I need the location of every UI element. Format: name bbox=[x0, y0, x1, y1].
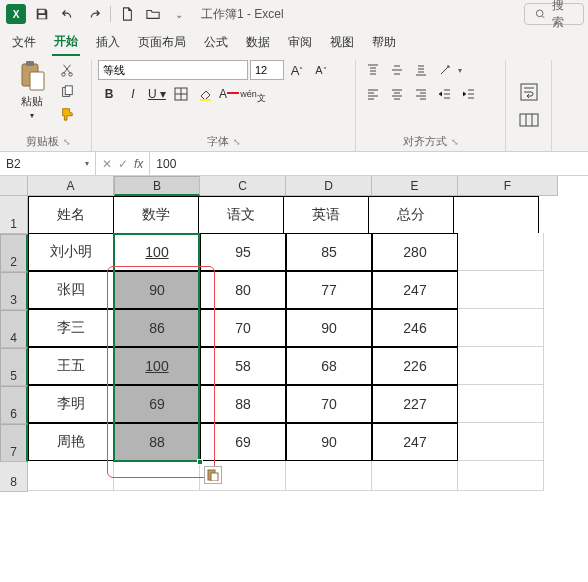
cell[interactable]: 90 bbox=[114, 271, 200, 309]
dialog-launcher-icon[interactable]: ⤡ bbox=[63, 137, 71, 147]
tab-file[interactable]: 文件 bbox=[10, 30, 38, 55]
tab-formulas[interactable]: 公式 bbox=[202, 30, 230, 55]
cell[interactable] bbox=[458, 271, 544, 309]
col-header[interactable]: F bbox=[458, 176, 558, 196]
cell[interactable]: 86 bbox=[114, 309, 200, 347]
cell[interactable] bbox=[458, 309, 544, 347]
cell[interactable] bbox=[286, 461, 372, 491]
row-header[interactable]: 6 bbox=[0, 386, 28, 424]
copy-icon[interactable] bbox=[56, 82, 78, 102]
cell[interactable]: 70 bbox=[286, 385, 372, 423]
cell[interactable]: 247 bbox=[372, 271, 458, 309]
cell[interactable]: 英语 bbox=[283, 196, 369, 234]
cell[interactable]: 刘小明 bbox=[28, 233, 114, 271]
align-top-icon[interactable] bbox=[362, 60, 384, 80]
cell[interactable]: 100 bbox=[114, 347, 200, 385]
font-color-button[interactable]: A bbox=[218, 84, 240, 104]
increase-font-icon[interactable]: A˄ bbox=[286, 60, 308, 80]
tab-help[interactable]: 帮助 bbox=[370, 30, 398, 55]
orientation-icon[interactable] bbox=[434, 60, 456, 80]
align-left-icon[interactable] bbox=[362, 84, 384, 104]
row-header[interactable]: 7 bbox=[0, 424, 28, 462]
cell[interactable]: 88 bbox=[200, 385, 286, 423]
tab-data[interactable]: 数据 bbox=[244, 30, 272, 55]
save-icon[interactable] bbox=[30, 2, 54, 26]
tab-review[interactable]: 审阅 bbox=[286, 30, 314, 55]
row-header[interactable]: 4 bbox=[0, 310, 28, 348]
spreadsheet-grid[interactable]: ABCDEF 12345678 姓名数学语文英语总分刘小明1009585280张… bbox=[0, 176, 588, 582]
qat-customize-icon[interactable]: ⌄ bbox=[167, 2, 191, 26]
undo-icon[interactable] bbox=[56, 2, 80, 26]
new-file-icon[interactable] bbox=[115, 2, 139, 26]
cell[interactable]: 数学 bbox=[113, 196, 199, 234]
cell[interactable]: 85 bbox=[286, 233, 372, 271]
cell[interactable]: 68 bbox=[286, 347, 372, 385]
cell[interactable]: 77 bbox=[286, 271, 372, 309]
redo-icon[interactable] bbox=[82, 2, 106, 26]
cell[interactable]: 80 bbox=[200, 271, 286, 309]
decrease-indent-icon[interactable] bbox=[434, 84, 456, 104]
row-header[interactable]: 8 bbox=[0, 462, 28, 492]
cell[interactable]: 王五 bbox=[28, 347, 114, 385]
merge-icon[interactable] bbox=[515, 110, 543, 130]
name-box[interactable]: B2 ▾ bbox=[0, 152, 96, 175]
col-header[interactable]: A bbox=[28, 176, 114, 196]
fill-color-button[interactable] bbox=[194, 84, 216, 104]
decrease-font-icon[interactable]: A˅ bbox=[310, 60, 332, 80]
enter-formula-icon[interactable]: ✓ bbox=[118, 157, 128, 171]
cell[interactable] bbox=[372, 461, 458, 491]
select-all-corner[interactable] bbox=[0, 176, 28, 196]
tab-home[interactable]: 开始 bbox=[52, 29, 80, 56]
cell[interactable]: 90 bbox=[286, 309, 372, 347]
cell[interactable]: 姓名 bbox=[28, 196, 114, 234]
cell[interactable]: 69 bbox=[200, 423, 286, 461]
dialog-launcher-icon[interactable]: ⤡ bbox=[233, 137, 241, 147]
cut-icon[interactable] bbox=[56, 60, 78, 80]
cell[interactable] bbox=[458, 347, 544, 385]
cell[interactable]: 246 bbox=[372, 309, 458, 347]
col-header[interactable]: E bbox=[372, 176, 458, 196]
app-logo[interactable]: X bbox=[4, 2, 28, 26]
cell[interactable]: 李三 bbox=[28, 309, 114, 347]
font-name-select[interactable] bbox=[98, 60, 248, 80]
cell[interactable]: 69 bbox=[114, 385, 200, 423]
cell[interactable]: 88 bbox=[114, 423, 200, 461]
open-folder-icon[interactable] bbox=[141, 2, 165, 26]
row-header[interactable]: 3 bbox=[0, 272, 28, 310]
dialog-launcher-icon[interactable]: ⤡ bbox=[451, 137, 459, 147]
cell[interactable]: 70 bbox=[200, 309, 286, 347]
tab-insert[interactable]: 插入 bbox=[94, 30, 122, 55]
search-input[interactable]: 搜索 bbox=[524, 3, 584, 25]
font-size-select[interactable] bbox=[250, 60, 284, 80]
formula-input[interactable]: 100 bbox=[150, 152, 588, 175]
cell[interactable]: 280 bbox=[372, 233, 458, 271]
row-header[interactable]: 5 bbox=[0, 348, 28, 386]
border-button[interactable] bbox=[170, 84, 192, 104]
cell[interactable]: 100 bbox=[114, 233, 200, 271]
cancel-formula-icon[interactable]: ✕ bbox=[102, 157, 112, 171]
italic-button[interactable]: I bbox=[122, 84, 144, 104]
cell[interactable] bbox=[458, 385, 544, 423]
align-bottom-icon[interactable] bbox=[410, 60, 432, 80]
paste-button[interactable]: 粘贴 ▾ bbox=[12, 60, 52, 120]
cell[interactable]: 语文 bbox=[198, 196, 284, 234]
cell[interactable] bbox=[453, 196, 539, 234]
cell[interactable] bbox=[458, 233, 544, 271]
cell[interactable]: 总分 bbox=[368, 196, 454, 234]
align-center-icon[interactable] bbox=[386, 84, 408, 104]
format-painter-icon[interactable] bbox=[56, 104, 78, 124]
cell[interactable] bbox=[114, 461, 200, 491]
wrap-text-icon[interactable] bbox=[515, 78, 543, 106]
fx-icon[interactable]: fx bbox=[134, 157, 143, 171]
cell[interactable]: 227 bbox=[372, 385, 458, 423]
bold-button[interactable]: B bbox=[98, 84, 120, 104]
cell[interactable] bbox=[28, 461, 114, 491]
col-header[interactable]: C bbox=[200, 176, 286, 196]
row-header[interactable]: 2 bbox=[0, 234, 28, 272]
underline-button[interactable]: U ▾ bbox=[146, 84, 168, 104]
paste-options-button[interactable] bbox=[204, 466, 222, 484]
cell[interactable]: 周艳 bbox=[28, 423, 114, 461]
row-header[interactable]: 1 bbox=[0, 196, 28, 234]
col-header[interactable]: B bbox=[114, 176, 200, 196]
cell[interactable]: 95 bbox=[200, 233, 286, 271]
